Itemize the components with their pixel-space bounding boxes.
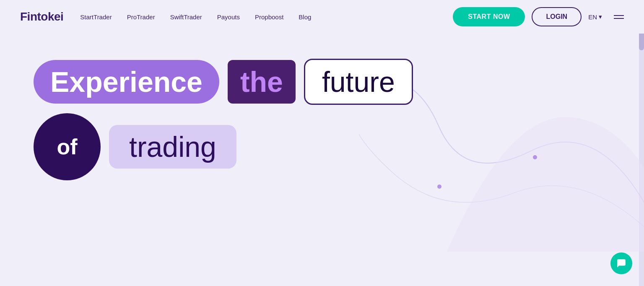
lang-label: EN bbox=[588, 13, 597, 21]
main-nav: StartTrader ProTrader SwiftTrader Payout… bbox=[80, 13, 453, 21]
hamburger-line-2 bbox=[614, 18, 624, 19]
hero-section: Experience the future of trading bbox=[0, 34, 644, 286]
nav-protrader[interactable]: ProTrader bbox=[127, 13, 155, 21]
chevron-down-icon: ▾ bbox=[599, 13, 602, 21]
login-button[interactable]: LOGIN bbox=[532, 7, 582, 26]
header: Fintokei StartTrader ProTrader SwiftTrad… bbox=[0, 0, 644, 34]
hero-word-future: future bbox=[304, 59, 413, 105]
nav-blog[interactable]: Blog bbox=[299, 13, 311, 21]
chat-icon bbox=[616, 258, 627, 269]
hamburger-menu[interactable] bbox=[614, 15, 624, 19]
hero-word-experience: Experience bbox=[34, 60, 219, 104]
svg-point-0 bbox=[437, 185, 441, 189]
logo[interactable]: Fintokei bbox=[20, 10, 63, 23]
nav-starttrader[interactable]: StartTrader bbox=[80, 13, 112, 21]
nav-propboost[interactable]: Propboost bbox=[255, 13, 283, 21]
hero-row-2: of trading bbox=[34, 113, 610, 180]
nav-payouts[interactable]: Payouts bbox=[217, 13, 240, 21]
hero-word-the: the bbox=[228, 60, 296, 104]
chat-bubble-button[interactable] bbox=[610, 252, 632, 274]
hero-word-of: of bbox=[34, 113, 101, 180]
header-actions: START NOW LOGIN EN ▾ bbox=[453, 7, 624, 26]
start-now-button[interactable]: START NOW bbox=[453, 7, 525, 26]
nav-swifttrader[interactable]: SwiftTrader bbox=[170, 13, 202, 21]
hero-row-1: Experience the future bbox=[34, 59, 610, 105]
hero-word-trading: trading bbox=[109, 125, 236, 169]
hamburger-line-1 bbox=[614, 15, 624, 16]
language-selector[interactable]: EN ▾ bbox=[588, 13, 602, 21]
